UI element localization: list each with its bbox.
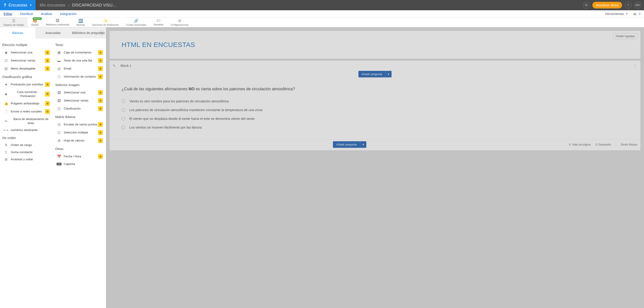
canvas-overlay[interactable] bbox=[106, 27, 644, 308]
toolbar-workspace[interactable]: ☰ Espacio de trabajo bbox=[0, 17, 28, 27]
people-icon bbox=[633, 12, 637, 15]
section-basic-matrix: Matriz Básica bbox=[53, 113, 106, 120]
contact-icon: ▢ bbox=[56, 75, 62, 79]
sidebar-col-left: Elección múltiple ◉Seleccionar una✲ ☑Sel… bbox=[0, 41, 53, 304]
qtype-smiley[interactable]: ☻Cara sonriente - Puntuación✲ bbox=[0, 88, 53, 99]
upgrade-label: Actualizar ahora bbox=[596, 3, 618, 7]
section-ordering: De orden bbox=[0, 134, 53, 141]
qtype-multipoint[interactable]: ⦿Escalas de varios puntos✲ bbox=[53, 120, 106, 128]
image-rate-icon: ◫ bbox=[56, 107, 62, 111]
user-avatar[interactable]: CO bbox=[634, 2, 641, 8]
qtype-spreadsheet[interactable]: ⊞Hoja de cálculo✲ bbox=[53, 137, 106, 145]
drag-icon: ⊞ bbox=[4, 157, 8, 161]
question-types-panel: Básicas Avanzadas Biblioteca de pregunta… bbox=[0, 27, 106, 308]
accessibility-icon: ✲ bbox=[98, 106, 103, 111]
qtype-dropdown[interactable]: ▤Menú desplegable✲ bbox=[0, 65, 53, 73]
qtype-email[interactable]: @Email✲ bbox=[53, 65, 106, 73]
tab-basic-questions[interactable]: Básicas bbox=[0, 27, 35, 38]
brand-label: Encuestas bbox=[8, 3, 27, 7]
link-icon: 🔗 bbox=[134, 18, 138, 23]
close-panel-button[interactable]: ✕ bbox=[99, 30, 104, 35]
header-actions: Actualizar ahora ? CO bbox=[583, 2, 644, 8]
tab-distribute[interactable]: Distribuir bbox=[20, 12, 33, 16]
qtype-push-social[interactable]: ♡Enviar a redes sociales✲ bbox=[0, 107, 53, 116]
accessibility-icon: ✲ bbox=[45, 82, 50, 87]
qtype-captcha[interactable]: iC8Captcha bbox=[53, 160, 106, 168]
section-others: Otras bbox=[53, 145, 106, 152]
qtype-star-rating[interactable]: ★Puntuación por estrellas✲ bbox=[0, 80, 53, 88]
qtype-drag-drop[interactable]: ⊞Arrastrar y soltar bbox=[0, 156, 53, 163]
qtype-select-one[interactable]: ◉Seleccionar una✲ bbox=[0, 48, 53, 56]
product-switcher[interactable]: ? Encuestas ▼ bbox=[0, 0, 36, 10]
toolbar-config[interactable]: ⚙ Configuraciones bbox=[167, 17, 192, 27]
image-icon: 🖼 bbox=[56, 18, 60, 23]
toolbar-design[interactable]: Nuevo✦ 🎨 Diseño bbox=[28, 17, 42, 27]
svg-point-2 bbox=[634, 13, 635, 14]
wand-icon: ✨ bbox=[103, 18, 108, 23]
sidebar-body: Elección múltiple ◉Seleccionar una✲ ☑Sel… bbox=[0, 38, 106, 308]
matrix-icon: ◫ bbox=[56, 131, 62, 135]
tools-menu[interactable]: Herramientas ▼ bbox=[605, 12, 628, 16]
star-icon: ★ bbox=[4, 82, 8, 86]
toolbar-label: Opciones de finalización bbox=[92, 23, 119, 26]
tab-analytics[interactable]: Análisis bbox=[41, 12, 52, 16]
comment-icon: ▦ bbox=[56, 50, 62, 54]
spreadsheet-icon: ⊞ bbox=[56, 139, 62, 143]
close-icon: ✕ bbox=[100, 31, 103, 34]
main-layout: Básicas Avanzadas Biblioteca de pregunta… bbox=[0, 27, 644, 308]
help-icon: ? bbox=[627, 3, 629, 7]
qtype-constant-sum[interactable]: ΣSuma constante bbox=[0, 149, 53, 156]
accessibility-icon: ✲ bbox=[45, 50, 50, 55]
image-many-icon: 🖼 bbox=[56, 99, 62, 103]
nav-right: Herramientas ▼ 3 bbox=[605, 12, 640, 16]
qtype-select-many[interactable]: ☑Seleccionar varias✲ bbox=[0, 56, 53, 65]
workspace-icon: ☰ bbox=[12, 18, 16, 23]
qtype-rank-order[interactable]: ⇅Orden de rango bbox=[0, 141, 53, 149]
toolbar-label: Espacio de trabajo bbox=[4, 23, 24, 26]
qtype-text-slider[interactable]: AaBarra de deslizamiento de texto bbox=[0, 116, 53, 126]
accessibility-icon: ✲ bbox=[98, 98, 103, 103]
share-collaborators[interactable]: 3 bbox=[633, 12, 640, 16]
toolbar-media[interactable]: 🖼 Biblioteca multimedia bbox=[42, 17, 73, 27]
accessibility-icon: ✲ bbox=[98, 74, 103, 79]
accessibility-icon: ✲ bbox=[98, 122, 103, 127]
toolbar-quotas[interactable]: 🔗 Cuotas avanzadas bbox=[122, 17, 150, 27]
section-multiple-choice: Elección múltiple bbox=[0, 41, 53, 48]
email-icon: @ bbox=[56, 67, 62, 71]
search-button[interactable] bbox=[583, 2, 590, 8]
gear-icon: ⚙ bbox=[178, 18, 181, 23]
qtype-img-select-many[interactable]: 🖼Seleccionar varias✲ bbox=[53, 97, 106, 105]
qtype-single-text[interactable]: ▬Texto de una sola fila✲ bbox=[53, 56, 106, 65]
brand-q-icon: ? bbox=[4, 3, 6, 8]
qtype-contact[interactable]: ▢Información de contacto✲ bbox=[53, 73, 106, 81]
toolbar-label: Variables bbox=[154, 23, 164, 26]
captcha-icon: iC8 bbox=[56, 163, 62, 165]
tab-edit[interactable]: Editar bbox=[4, 12, 12, 16]
toolbar-variables[interactable]: 🏷 Variables bbox=[150, 17, 167, 27]
accessibility-icon: ✲ bbox=[98, 90, 103, 95]
qtype-thumbs[interactable]: 👍Pulgares arriba/abajo✲ bbox=[0, 99, 53, 107]
accessibility-icon: ✲ bbox=[45, 66, 50, 71]
tag-icon: 🏷 bbox=[156, 18, 160, 23]
help-button[interactable]: ? bbox=[625, 2, 632, 8]
section-graphic-rating: Clasificación gráfica bbox=[0, 73, 53, 80]
accessibility-icon: ✲ bbox=[98, 138, 103, 143]
breadcrumb: Mis encuestas › DISCAPACIDAD VISU… bbox=[36, 3, 116, 7]
qtype-img-select-one[interactable]: 🖼Seleccionar una✲ bbox=[53, 88, 106, 97]
tab-integration[interactable]: Integración bbox=[60, 12, 76, 16]
chevron-down-icon: ▼ bbox=[626, 12, 628, 15]
toolbar-label: Biblioteca multimedia bbox=[46, 23, 69, 26]
qtype-numeric-slider[interactable]: ⟷numérico deslizante bbox=[0, 126, 53, 134]
toolbar-completion[interactable]: ✨ Opciones de finalización bbox=[88, 17, 122, 27]
qtype-datetime[interactable]: 📅Fecha / Hora✲ bbox=[53, 152, 106, 160]
qtype-img-rating[interactable]: ◫Clasificación✲ bbox=[53, 105, 106, 113]
app-header: ? Encuestas ▼ Mis encuestas › DISCAPACID… bbox=[0, 0, 644, 10]
rank-icon: ⇅ bbox=[4, 143, 8, 147]
qtype-matrix-multiple[interactable]: ◫Selección múltiple✲ bbox=[53, 128, 106, 137]
breadcrumb-parent[interactable]: Mis encuestas bbox=[40, 3, 65, 7]
tab-advanced-questions[interactable]: Avanzadas bbox=[35, 27, 71, 38]
qtype-comment-box[interactable]: ▦Caja de comentarios✲ bbox=[53, 48, 106, 56]
upgrade-button[interactable]: Actualizar ahora bbox=[592, 2, 622, 8]
chevron-down-icon: ▼ bbox=[30, 4, 32, 6]
toolbar-languages[interactable]: 🔤 Idiomas bbox=[73, 17, 88, 27]
